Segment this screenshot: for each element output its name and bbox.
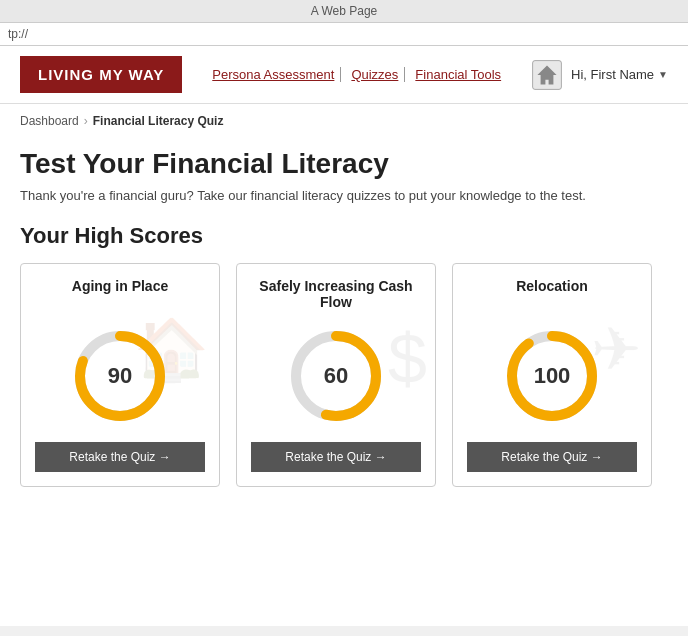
nav-right: Hi, First Name ▼ — [531, 59, 668, 91]
breadcrumb-current: Financial Literacy Quiz — [93, 114, 224, 128]
user-greeting: Hi, First Name ▼ — [571, 67, 668, 82]
card-title-relocation: Relocation — [516, 278, 588, 314]
home-icon[interactable] — [531, 59, 563, 91]
site-logo[interactable]: LIVING MY WAY — [20, 56, 182, 93]
card-title-aging: Aging in Place — [72, 278, 168, 314]
section-title: Your High Scores — [20, 223, 668, 249]
breadcrumb: Dashboard › Financial Literacy Quiz — [0, 104, 688, 138]
score-aging: 90 — [108, 363, 132, 389]
retake-btn-safely[interactable]: Retake the Quiz → — [251, 442, 421, 472]
browser-title-bar: A Web Page — [0, 0, 688, 23]
gauge-aging: 90 — [70, 326, 170, 426]
nav-links: Persona Assessment Quizzes Financial Too… — [206, 67, 507, 82]
greeting-text: Hi, First Name — [571, 67, 654, 82]
breadcrumb-separator: › — [84, 114, 88, 128]
page-wrapper: LIVING MY WAY Persona Assessment Quizzes… — [0, 46, 688, 626]
cards-row: Aging in Place 🏠 90 Retake the Quiz → Sa… — [20, 263, 668, 487]
dropdown-arrow-icon[interactable]: ▼ — [658, 69, 668, 80]
nav-quizzes[interactable]: Quizzes — [345, 67, 405, 82]
breadcrumb-parent[interactable]: Dashboard — [20, 114, 79, 128]
gauge-safely: 60 — [286, 326, 386, 426]
browser-address-bar: tp:// — [0, 23, 688, 46]
nav-persona-assessment[interactable]: Persona Assessment — [206, 67, 341, 82]
page-subtitle: Thank you're a financial guru? Take our … — [20, 188, 668, 203]
site-header: LIVING MY WAY Persona Assessment Quizzes… — [0, 46, 688, 104]
card-safely-increasing: Safely Increasing Cash Flow $ 60 Retake … — [236, 263, 436, 487]
nav-financial-tools[interactable]: Financial Tools — [409, 67, 507, 82]
retake-btn-aging[interactable]: Retake the Quiz → — [35, 442, 205, 472]
score-safely: 60 — [324, 363, 348, 389]
score-relocation: 100 — [534, 363, 571, 389]
browser-title: A Web Page — [311, 4, 378, 18]
main-content: Test Your Financial Literacy Thank you'r… — [0, 138, 688, 517]
gauge-relocation: 100 — [502, 326, 602, 426]
card-aging-in-place: Aging in Place 🏠 90 Retake the Quiz → — [20, 263, 220, 487]
retake-btn-relocation[interactable]: Retake the Quiz → — [467, 442, 637, 472]
card-bg-icon-dollar: $ — [388, 319, 427, 399]
card-title-safely: Safely Increasing Cash Flow — [251, 278, 421, 314]
browser-address: tp:// — [8, 27, 28, 41]
page-title: Test Your Financial Literacy — [20, 148, 668, 180]
card-relocation: Relocation ✈ 100 Retake the Quiz → — [452, 263, 652, 487]
